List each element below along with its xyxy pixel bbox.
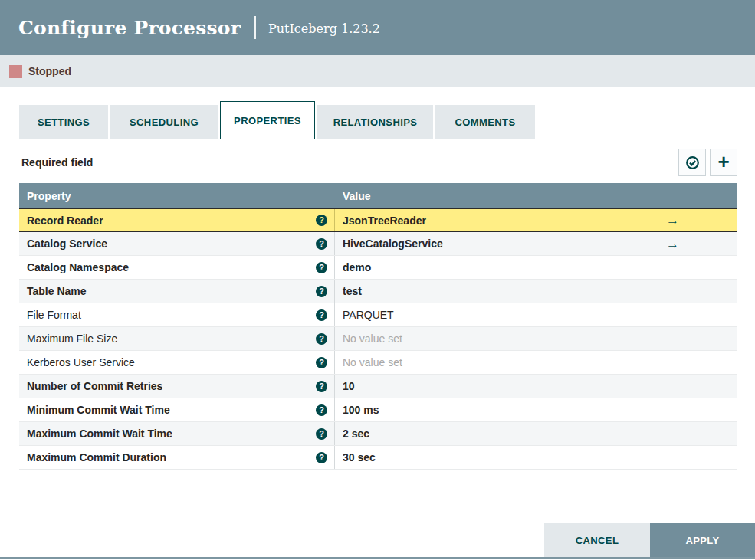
tab-scheduling[interactable]: SCHEDULING — [110, 105, 218, 139]
help-question-icon[interactable]: ? — [316, 404, 327, 416]
dialog-header: Configure Processor PutIceberg 1.23.2 — [0, 0, 755, 55]
table-header-row: Property Value — [19, 183, 737, 208]
actions-cell — [655, 422, 737, 445]
property-row[interactable]: Number of Commit Retries?10 — [19, 375, 737, 398]
processor-type-version: PutIceberg 1.23.2 — [268, 19, 380, 36]
tab-settings[interactable]: SETTINGS — [19, 105, 108, 139]
table-body: Record Reader?JsonTreeReader→Catalog Ser… — [19, 208, 737, 470]
property-name: File Format — [27, 309, 81, 321]
properties-toolbar: Required field + — [19, 149, 737, 176]
help-question-icon[interactable]: ? — [316, 333, 327, 345]
status-bar: Stopped — [0, 55, 755, 87]
cancel-button[interactable]: CANCEL — [544, 523, 650, 557]
property-cell: Record Reader? — [19, 209, 335, 231]
property-name: Catalog Namespace — [27, 261, 129, 273]
dialog-footer: CANCEL APPLY — [544, 523, 755, 557]
tab-comments[interactable]: COMMENTS — [435, 105, 535, 139]
property-cell: Catalog Namespace? — [19, 256, 335, 279]
help-question-icon[interactable]: ? — [316, 238, 327, 250]
column-header-property: Property — [19, 190, 335, 202]
apply-button[interactable]: APPLY — [650, 523, 755, 557]
property-value[interactable]: 30 sec — [335, 446, 655, 469]
status-label: Stopped — [28, 65, 71, 77]
tab-relationships[interactable]: RELATIONSHIPS — [317, 105, 433, 139]
dialog-bottom-edge — [0, 557, 755, 559]
property-cell: Number of Commit Retries? — [19, 375, 335, 398]
property-value[interactable]: PARQUET — [335, 303, 655, 326]
property-row[interactable]: Catalog Namespace?demo — [19, 256, 737, 280]
property-row[interactable]: Maximum File Size?No value set — [19, 327, 737, 351]
property-cell: Minimum Commit Wait Time? — [19, 398, 335, 421]
actions-cell — [655, 256, 737, 279]
property-name: Maximum Commit Duration — [27, 451, 166, 463]
help-question-icon[interactable]: ? — [316, 309, 327, 321]
actions-cell: → — [655, 209, 737, 231]
property-cell: Maximum Commit Wait Time? — [19, 422, 335, 445]
property-value[interactable]: JsonTreeReader — [335, 209, 655, 231]
go-to-service-arrow-icon[interactable]: → — [666, 214, 679, 227]
dialog-title: Configure Processor — [18, 17, 241, 39]
property-cell: Maximum File Size? — [19, 327, 335, 350]
property-row[interactable]: Kerberos User Service?No value set — [19, 351, 737, 375]
property-cell: File Format? — [19, 303, 335, 326]
property-value[interactable]: demo — [335, 256, 655, 279]
property-name: Kerberos User Service — [27, 356, 135, 368]
configure-processor-dialog: Configure Processor PutIceberg 1.23.2 St… — [0, 0, 755, 560]
property-cell: Catalog Service? — [19, 232, 335, 255]
actions-cell — [655, 280, 737, 303]
property-row[interactable]: Maximum Commit Wait Time?2 sec — [19, 422, 737, 446]
actions-cell: → — [655, 232, 737, 255]
help-question-icon[interactable]: ? — [316, 452, 327, 463]
property-row[interactable]: Catalog Service?HiveCatalogService→ — [19, 232, 737, 256]
property-name: Maximum Commit Wait Time — [27, 427, 172, 440]
property-name: Table Name — [27, 285, 87, 297]
property-row[interactable]: Maximum Commit Duration?30 sec — [19, 446, 737, 470]
tab-bar: SETTINGSSCHEDULINGPROPERTIESRELATIONSHIP… — [19, 101, 737, 139]
add-property-button[interactable]: + — [710, 149, 737, 176]
actions-cell — [655, 446, 737, 469]
property-cell: Maximum Commit Duration? — [19, 446, 335, 469]
tab-properties[interactable]: PROPERTIES — [220, 101, 315, 139]
actions-cell — [655, 351, 737, 374]
actions-cell — [655, 398, 737, 421]
title-separator — [254, 16, 256, 39]
property-name: Maximum File Size — [27, 332, 117, 345]
property-value[interactable]: 100 ms — [335, 398, 655, 421]
property-value[interactable]: test — [335, 280, 655, 303]
property-value[interactable]: 2 sec — [335, 422, 655, 445]
property-value[interactable]: HiveCatalogService — [335, 232, 655, 255]
property-row[interactable]: Minimum Commit Wait Time?100 ms — [19, 398, 737, 422]
add-plus-icon: + — [717, 152, 729, 172]
column-header-value: Value — [335, 190, 655, 202]
property-cell: Kerberos User Service? — [19, 351, 335, 374]
actions-cell — [655, 375, 737, 398]
help-question-icon[interactable]: ? — [316, 262, 327, 273]
property-row[interactable]: Record Reader?JsonTreeReader→ — [19, 208, 737, 232]
property-cell: Table Name? — [19, 280, 335, 303]
property-row[interactable]: File Format?PARQUET — [19, 303, 737, 327]
property-name: Catalog Service — [27, 237, 107, 250]
property-name: Number of Commit Retries — [27, 380, 162, 392]
properties-table: Property Value Record Reader?JsonTreeRea… — [19, 183, 737, 470]
dialog-content: SETTINGSSCHEDULINGPROPERTIESRELATIONSHIP… — [0, 87, 755, 470]
actions-cell — [655, 327, 737, 350]
property-row[interactable]: Table Name?test — [19, 280, 737, 303]
help-question-icon[interactable]: ? — [316, 357, 327, 368]
verify-circle-check-icon — [685, 156, 700, 170]
help-question-icon[interactable]: ? — [316, 215, 327, 226]
stopped-status-icon — [9, 65, 22, 78]
toolbar-buttons: + — [678, 149, 737, 176]
help-question-icon[interactable]: ? — [316, 381, 327, 392]
help-question-icon[interactable]: ? — [316, 286, 327, 297]
help-question-icon[interactable]: ? — [316, 428, 327, 440]
property-value[interactable]: 10 — [335, 375, 655, 398]
property-value[interactable]: No value set — [335, 327, 655, 350]
go-to-service-arrow-icon[interactable]: → — [666, 237, 679, 251]
required-field-label: Required field — [19, 156, 93, 169]
property-value[interactable]: No value set — [335, 351, 655, 374]
actions-cell — [655, 303, 737, 326]
property-name: Minimum Commit Wait Time — [27, 404, 170, 416]
property-name: Record Reader — [27, 215, 103, 227]
verify-properties-button[interactable] — [678, 149, 706, 176]
